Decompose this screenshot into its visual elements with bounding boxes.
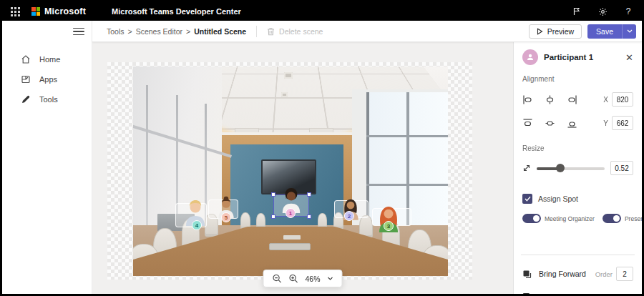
preview-label: Preview xyxy=(547,27,574,36)
presenter-toggle[interactable] xyxy=(602,214,621,223)
participant-badge-2: 2 xyxy=(344,211,354,221)
resize-label: Resize xyxy=(522,144,633,152)
align-middle-vertical-icon[interactable] xyxy=(545,118,555,129)
hamburger-menu-button[interactable] xyxy=(73,26,84,38)
sidebar-item-tools[interactable]: Tools xyxy=(2,89,92,109)
apps-icon xyxy=(21,74,31,84)
close-icon[interactable]: ✕ xyxy=(625,53,633,62)
bring-forward-label: Bring Forward xyxy=(539,270,586,278)
x-input[interactable] xyxy=(612,92,633,107)
sidebar-item-label: Apps xyxy=(39,75,57,84)
zoom-in-icon[interactable] xyxy=(288,274,298,283)
scene-canvas: 4 5 xyxy=(92,42,513,294)
bring-forward-button[interactable]: Bring Forward Order xyxy=(522,267,633,281)
home-icon xyxy=(21,54,31,64)
align-right-icon[interactable] xyxy=(567,94,577,105)
send-backward-label: Send BackWard xyxy=(539,293,592,296)
chair xyxy=(318,213,327,229)
sidebar: Home Apps Tools xyxy=(2,21,92,294)
panel-divider xyxy=(521,255,635,255)
save-dropdown-button[interactable] xyxy=(622,24,636,39)
app-launcher-icon[interactable] xyxy=(11,7,20,16)
delete-scene-label: Delete scene xyxy=(279,27,323,36)
breadcrumb-separator: > xyxy=(186,27,190,36)
toolbar-divider xyxy=(256,26,257,37)
breadcrumb-tools[interactable]: Tools xyxy=(107,27,125,36)
preview-button[interactable]: Preview xyxy=(529,24,582,39)
align-left-icon[interactable] xyxy=(522,94,533,105)
send-backward-icon xyxy=(522,292,532,296)
assign-spot-label: Assign Spot xyxy=(538,194,578,203)
zoom-controls: 46% xyxy=(263,270,342,287)
chevron-down-icon[interactable] xyxy=(328,277,333,280)
zoom-level: 46% xyxy=(305,275,320,283)
zoom-out-icon[interactable] xyxy=(272,274,281,283)
topbar: Microsoft Microsoft Teams Developer Cent… xyxy=(2,2,642,21)
transparency-checker: 4 5 xyxy=(107,62,472,280)
sidebar-item-home[interactable]: Home xyxy=(2,49,92,69)
participant-settings-panel: Participant 1 ✕ Alignment X xyxy=(513,42,642,294)
y-label: Y xyxy=(603,119,608,127)
resize-handle-ne[interactable] xyxy=(307,192,311,197)
tools-pencil-icon xyxy=(21,94,31,104)
help-icon[interactable]: ? xyxy=(623,6,633,16)
checkbox-checked-icon xyxy=(522,194,532,204)
order-input[interactable] xyxy=(616,267,633,281)
participant-badge-1: 1 xyxy=(286,208,296,218)
toolbar: Tools > Scenes Editor > Untitled Scene D… xyxy=(92,21,642,42)
brand-text: Microsoft xyxy=(44,6,86,16)
app-window: Microsoft Microsoft Teams Developer Cent… xyxy=(0,0,644,296)
alignment-label: Alignment xyxy=(522,75,633,83)
ceiling-light xyxy=(281,92,288,97)
x-label: X xyxy=(603,96,608,104)
sidebar-item-label: Home xyxy=(39,55,60,64)
breadcrumb: Tools > Scenes Editor > Untitled Scene xyxy=(107,27,246,36)
table-console xyxy=(283,235,301,240)
sidebar-item-label: Tools xyxy=(39,95,58,104)
play-icon xyxy=(537,28,543,35)
chair xyxy=(256,213,265,229)
align-bottom-icon[interactable] xyxy=(567,118,577,129)
slider-thumb[interactable] xyxy=(556,164,565,172)
trash-icon xyxy=(267,27,275,36)
assign-spot-checkbox[interactable]: Assign Spot xyxy=(522,194,633,204)
save-button[interactable]: Save xyxy=(587,24,622,39)
meeting-organizer-label: Meeting Organizer xyxy=(545,215,595,222)
resize-handle-nw[interactable] xyxy=(271,192,275,197)
resize-handle-sw[interactable] xyxy=(271,214,275,219)
resize-value-input[interactable] xyxy=(610,161,633,175)
breadcrumb-current: Untitled Scene xyxy=(194,27,246,36)
breadcrumb-scenes-editor[interactable]: Scenes Editor xyxy=(136,27,182,36)
align-top-icon[interactable] xyxy=(522,118,533,129)
delete-scene-button[interactable]: Delete scene xyxy=(267,27,323,36)
sidebar-item-apps[interactable]: Apps xyxy=(2,69,92,89)
resize-handle-se[interactable] xyxy=(307,214,311,219)
table-cable-tray xyxy=(269,243,311,250)
send-backward-button[interactable]: Send BackWard xyxy=(522,292,633,296)
participant-badge-3: 3 xyxy=(384,221,394,231)
order-label: Order xyxy=(595,270,613,278)
breadcrumb-separator: > xyxy=(128,27,132,36)
settings-gear-icon[interactable] xyxy=(597,6,608,16)
scene-background-image[interactable]: 4 5 xyxy=(133,66,448,276)
flag-icon[interactable] xyxy=(572,6,582,16)
participant-badge-4: 4 xyxy=(192,220,202,230)
ceiling-light xyxy=(284,72,293,79)
chevron-down-icon xyxy=(627,29,633,33)
meeting-organizer-toggle[interactable] xyxy=(522,214,541,223)
resize-slider[interactable] xyxy=(537,164,605,172)
bring-forward-icon xyxy=(522,270,532,279)
app-title: Microsoft Teams Developer Center xyxy=(112,7,241,16)
align-center-horizontal-icon[interactable] xyxy=(545,94,555,105)
save-split-button: Save xyxy=(587,24,636,39)
y-input[interactable] xyxy=(612,116,633,130)
panel-title: Participant 1 xyxy=(544,53,620,61)
participant-avatar-icon xyxy=(522,49,538,65)
presenter-label: Presenter xyxy=(625,215,644,222)
microsoft-logo-icon xyxy=(31,7,40,16)
participant-badge-5: 5 xyxy=(221,212,231,222)
resize-diagonal-icon xyxy=(522,164,531,172)
